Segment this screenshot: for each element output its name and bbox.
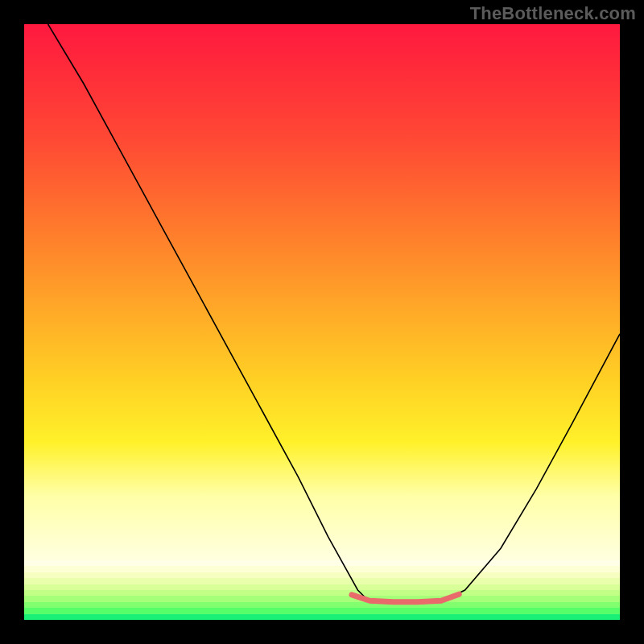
bottleneck-curve: [48, 24, 620, 602]
plot-area: [24, 24, 620, 620]
curve-layer: [24, 24, 620, 620]
watermark-text: TheBottleneck.com: [470, 3, 636, 24]
optimal-highlight: [352, 594, 459, 602]
chart-frame: TheBottleneck.com: [0, 0, 644, 644]
